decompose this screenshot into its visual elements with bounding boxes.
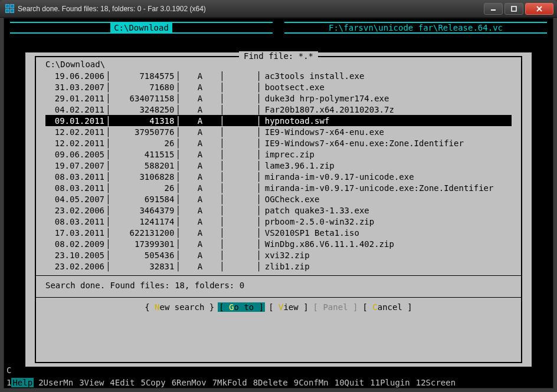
result-row[interactable]: 29.01.2011│634071158│A││duke3d_hrp-polym… (45, 93, 512, 104)
right-panel-path: F:\farsvn\unicode_far\Release.64.vc (325, 23, 506, 32)
left-panel-tab[interactable]: C:\Download (10, 22, 273, 34)
result-row[interactable]: 23.02.2006│3464379│A││patch_quake3-1.33.… (45, 205, 512, 216)
results-list: 19.06.2006│7184575│A││ac3tools_install.e… (36, 70, 521, 272)
minimize-button[interactable] (484, 3, 503, 15)
result-row[interactable]: 08.03.2011│26│A││miranda-im-v0.9.17-unic… (45, 182, 512, 193)
function-key-bar: 1Help2UserMn3View4Edit5Copy6RenMov7MkFol… (4, 377, 553, 388)
result-row[interactable]: 17.03.2011│622131200│A││VS2010SP1_Beta1.… (45, 227, 512, 238)
separator (36, 275, 521, 276)
keybar-num: 5 (140, 378, 145, 387)
command-prompt[interactable]: C (6, 365, 11, 375)
result-row[interactable]: 19.07.2007│588201│A││lame3.96.1.zip (45, 160, 512, 171)
keybar-num: 4 (110, 378, 114, 387)
result-row[interactable]: 04.02.2011│3248250│A││Far20b1807.x64.201… (45, 104, 512, 115)
panel-button[interactable]: [ Panel ] (312, 302, 359, 312)
keybar-label-edit[interactable]: Edit (115, 378, 141, 387)
dialog-title: Find file: *.* (239, 51, 318, 61)
keybar-label-renmov[interactable]: RenMov (176, 378, 212, 387)
left-panel-path: C:\Download (110, 23, 172, 32)
result-row[interactable]: 08.03.2011│1241174│A││prboom-2.5.0-win32… (45, 216, 512, 227)
keybar-num: 1 (6, 378, 11, 387)
goto-button[interactable]: [ Go to ] (218, 302, 265, 312)
dialog-button-row: { New search } [ Go to ] [ View ] [ Pane… (36, 301, 521, 314)
keybar-num: 2 (38, 378, 43, 387)
keybar-num: 6 (172, 378, 176, 387)
console-area: C:\Download F:\farsvn\unicode_far\Releas… (4, 18, 553, 388)
keybar-num: 11 (370, 378, 380, 387)
app-icon (5, 4, 14, 14)
keybar-label-plugin[interactable]: Plugin (380, 378, 416, 387)
keybar-label-help[interactable]: Help (11, 378, 34, 387)
keybar-num: 12 (416, 378, 426, 387)
maximize-button[interactable] (504, 3, 523, 15)
keybar-label-delete[interactable]: Delete (258, 378, 294, 387)
keybar-label-confmn[interactable]: ConfMn (299, 378, 335, 387)
result-row[interactable]: 23.02.2006│32831│A││zlib1.zip (45, 261, 512, 272)
new-search-button[interactable]: { New search } (143, 302, 215, 312)
keybar-num: 10 (335, 378, 345, 387)
keybar-label-screen[interactable]: Screen (426, 378, 462, 387)
window-titlebar: Search done. Found files: 18, folders: 0… (0, 0, 557, 18)
keybar-label-view[interactable]: View (84, 378, 110, 387)
result-row[interactable]: 19.06.2006│7184575│A││ac3tools_install.e… (45, 70, 512, 81)
result-row[interactable]: 08.02.2009│17399301│A││WinDbg.x86.V6.11.… (45, 238, 512, 249)
cancel-button[interactable]: [ Cancel ] (361, 302, 413, 312)
result-row[interactable]: 23.10.2005│505436│A││xvi32.zip (45, 249, 512, 261)
result-row[interactable]: 09.06.2005│411515│A││imprec.zip (45, 149, 512, 160)
window-title: Search done. Found files: 18, folders: 0… (18, 5, 484, 13)
keybar-label-usermn[interactable]: UserMn (44, 378, 80, 387)
svg-rect-1 (512, 6, 516, 11)
result-row[interactable]: 09.01.2011│41318│A││hypnotoad.swf (45, 115, 512, 126)
find-file-dialog: Find file: *.* C:\Download\ 19.06.2006│7… (25, 52, 532, 367)
result-row[interactable]: 12.02.2011│37950776│A││IE9-Windows7-x64-… (45, 126, 512, 137)
keybar-label-mkfold[interactable]: MkFold (217, 378, 253, 387)
keybar-label-quit[interactable]: Quit (345, 378, 371, 387)
result-row[interactable]: 04.05.2007│691584│A││OGCheck.exe (45, 193, 512, 205)
status-line: Search done. Found files: 18, folders: 0 (36, 279, 521, 294)
result-row[interactable]: 31.03.2007│71680│A││bootsect.exe (45, 81, 512, 93)
right-panel-tab[interactable]: F:\farsvn\unicode_far\Release.64.vc (284, 22, 547, 34)
separator (36, 297, 521, 298)
view-button[interactable]: [ View ] (267, 302, 309, 312)
result-row[interactable]: 08.03.2011│3106828│A││miranda-im-v0.9.17… (45, 171, 512, 182)
keybar-label-copy[interactable]: Copy (146, 378, 172, 387)
search-path: C:\Download\ (36, 60, 521, 70)
keybar-num: 8 (253, 378, 258, 387)
close-button[interactable] (525, 3, 553, 15)
keybar-num: 3 (79, 378, 84, 387)
result-row[interactable]: 12.02.2011│26│A││IE9-Windows7-x64-enu.ex… (45, 137, 512, 149)
keybar-num: 7 (212, 378, 217, 387)
keybar-num: 9 (294, 378, 299, 387)
